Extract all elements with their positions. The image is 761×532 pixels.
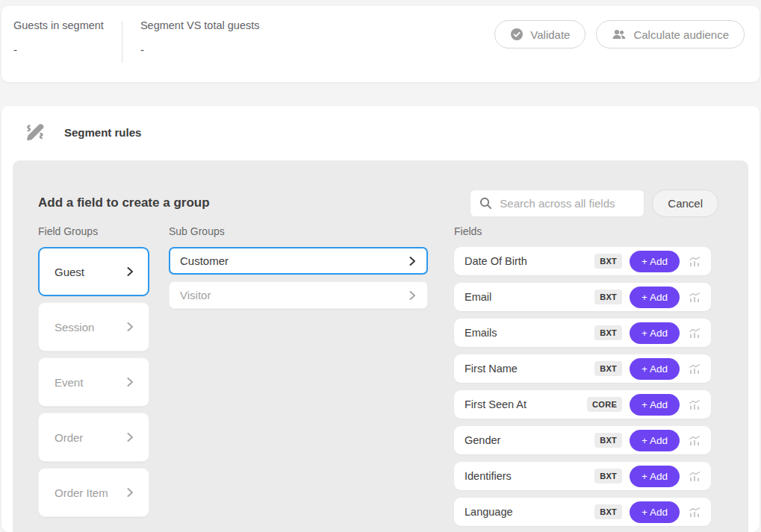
field-group-guest[interactable]: Guest [38, 247, 149, 296]
check-circle-icon [510, 28, 524, 41]
field-stats-icon[interactable] [689, 363, 701, 375]
calculate-audience-button[interactable]: Calculate audience [596, 20, 745, 48]
field-stats-icon[interactable] [689, 256, 701, 267]
field-groups-label: Field Groups [38, 225, 149, 237]
field-type-badge: BXT [594, 433, 622, 448]
people-icon [612, 28, 627, 40]
search-input[interactable] [500, 197, 648, 210]
field-type-badge: CORE [587, 397, 622, 412]
cancel-button[interactable]: Cancel [652, 190, 718, 217]
field-group-event[interactable]: Event [38, 357, 149, 407]
field-row-identifiers: Identifiers BXT + Add [454, 462, 711, 490]
sub-group-visitor[interactable]: Visitor [169, 281, 428, 309]
add-field-button[interactable]: + Add [630, 287, 680, 308]
fields-column: Fields Date Of Birth BXT + Add Email BXT… [454, 225, 711, 532]
fields-label: Fields [454, 225, 711, 237]
chevron-right-icon [125, 432, 135, 442]
sub-group-customer[interactable]: Customer [169, 247, 428, 275]
field-group-label: Event [55, 376, 83, 389]
divider [122, 21, 122, 63]
add-field-button[interactable]: + Add [630, 430, 680, 451]
field-name: First Name [465, 363, 594, 375]
field-type-badge: BXT [594, 361, 622, 376]
picker-title: Add a field to create a group [38, 195, 210, 210]
metric-guests-in-segment: Guests in segment - [13, 19, 104, 56]
field-groups-column: Field Groups Guest Session Event Order [38, 225, 149, 523]
chevron-right-icon [125, 377, 135, 387]
pen-rules-icon [22, 120, 46, 144]
sub-groups-column: Sub Groups Customer Visitor [169, 225, 428, 316]
field-search[interactable] [470, 190, 644, 217]
add-field-button[interactable]: + Add [630, 322, 680, 344]
field-picker-panel: Add a field to create a group Cancel Fie… [13, 160, 748, 532]
field-type-badge: BXT [594, 469, 622, 484]
field-group-label: Order [55, 431, 83, 444]
sub-group-label: Visitor [180, 289, 211, 301]
metric-value: - [140, 43, 260, 56]
sub-groups-label: Sub Groups [169, 225, 428, 237]
validate-button[interactable]: Validate [494, 20, 585, 48]
field-group-order-item[interactable]: Order Item [38, 468, 149, 517]
field-row-language: Language BXT + Add [454, 498, 711, 526]
field-row-email: Email BXT + Add [454, 283, 711, 311]
chevron-right-icon [125, 266, 135, 277]
field-group-label: Order Item [55, 486, 108, 499]
field-group-label: Guest [55, 266, 84, 278]
field-group-session[interactable]: Session [38, 302, 149, 351]
add-field-button[interactable]: + Add [630, 501, 680, 523]
field-row-gender: Gender BXT + Add [454, 426, 711, 454]
metric-segment-vs-total: Segment VS total guests - [140, 19, 260, 56]
chevron-right-icon [407, 256, 417, 266]
field-name: Email [465, 291, 594, 303]
sub-group-label: Customer [180, 254, 229, 267]
search-icon [479, 197, 492, 210]
field-name: Date Of Birth [465, 255, 594, 267]
field-name: Identifiers [465, 470, 594, 482]
field-name: First Seen At [465, 398, 587, 410]
field-name: Gender [465, 434, 594, 446]
field-row-date-of-birth: Date Of Birth BXT + Add [454, 247, 711, 275]
chevron-right-icon [125, 487, 135, 498]
field-type-badge: BXT [594, 504, 622, 519]
chevron-right-icon [407, 290, 417, 301]
field-row-first-name: First Name BXT + Add [454, 354, 711, 383]
field-stats-icon[interactable] [689, 507, 701, 518]
field-type-badge: BXT [594, 325, 622, 340]
add-field-button[interactable]: + Add [630, 358, 680, 380]
metric-value: - [13, 43, 104, 56]
field-name: Emails [465, 327, 594, 339]
field-row-emails: Emails BXT + Add [454, 319, 711, 347]
stats-card: Guests in segment - Segment VS total gue… [1, 6, 760, 82]
field-name: Language [465, 506, 594, 518]
validate-label: Validate [530, 28, 570, 41]
field-stats-icon[interactable] [689, 292, 701, 303]
chevron-right-icon [125, 322, 135, 332]
add-field-button[interactable]: + Add [630, 466, 680, 487]
metric-label: Segment VS total guests [140, 19, 260, 31]
add-field-button[interactable]: + Add [630, 394, 680, 416]
field-stats-icon[interactable] [689, 435, 701, 446]
field-type-badge: BXT [594, 290, 622, 304]
segment-rules-title: Segment rules [64, 126, 141, 139]
metric-label: Guests in segment [13, 19, 104, 31]
field-group-order[interactable]: Order [38, 413, 149, 462]
field-group-label: Session [55, 321, 94, 334]
add-field-button[interactable]: + Add [630, 251, 680, 272]
segment-rules-card: Segment rules Add a field to create a gr… [1, 106, 760, 532]
calculate-audience-label: Calculate audience [633, 28, 729, 41]
field-row-first-seen-at: First Seen At CORE + Add [454, 390, 711, 419]
field-stats-icon[interactable] [689, 399, 701, 410]
field-stats-icon[interactable] [689, 328, 701, 339]
field-type-badge: BXT [594, 254, 622, 269]
field-stats-icon[interactable] [689, 471, 701, 482]
